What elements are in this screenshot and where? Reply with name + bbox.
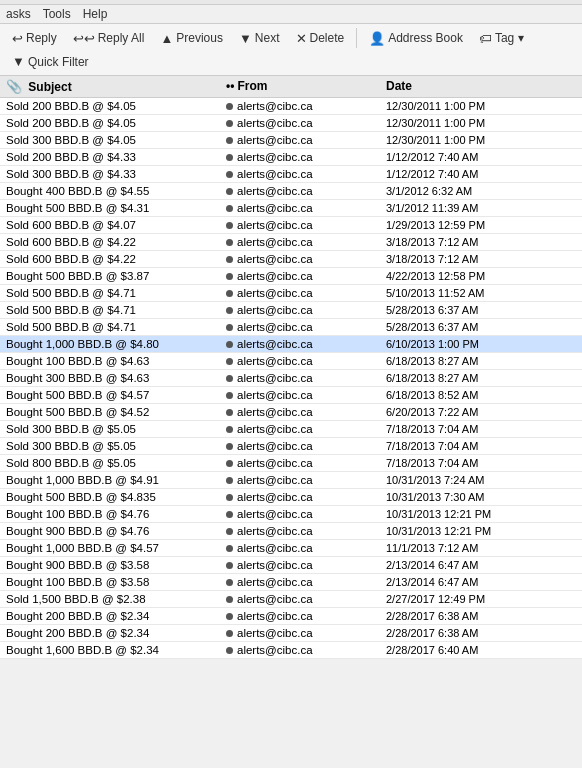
attachment-icon: 📎: [6, 79, 22, 94]
read-indicator: [226, 409, 233, 416]
email-subject: Bought 900 BBD.B @ $3.58: [6, 559, 226, 571]
email-subject: Bought 1,600 BBD.B @ $2.34: [6, 644, 226, 656]
table-row[interactable]: Bought 500 BBD.B @ $4.57alerts@cibc.ca6/…: [0, 387, 582, 404]
from-address: alerts@cibc.ca: [237, 610, 313, 622]
table-row[interactable]: Bought 500 BBD.B @ $4.52alerts@cibc.ca6/…: [0, 404, 582, 421]
table-row[interactable]: Bought 100 BBD.B @ $4.76alerts@cibc.ca10…: [0, 506, 582, 523]
table-row[interactable]: Bought 500 BBD.B @ $4.835alerts@cibc.ca1…: [0, 489, 582, 506]
email-subject: Bought 200 BBD.B @ $2.34: [6, 627, 226, 639]
table-row[interactable]: Sold 200 BBD.B @ $4.05alerts@cibc.ca12/3…: [0, 98, 582, 115]
email-subject: Bought 300 BBD.B @ $4.63: [6, 372, 226, 384]
email-date: 3/18/2013 7:12 AM: [386, 253, 576, 265]
email-date: 6/18/2013 8:52 AM: [386, 389, 576, 401]
email-from: alerts@cibc.ca: [226, 593, 386, 605]
table-row[interactable]: Sold 300 BBD.B @ $5.05alerts@cibc.ca7/18…: [0, 438, 582, 455]
read-indicator: [226, 545, 233, 552]
table-row[interactable]: Sold 500 BBD.B @ $4.71alerts@cibc.ca5/28…: [0, 302, 582, 319]
delete-button[interactable]: ✕ Delete: [290, 29, 351, 48]
table-row[interactable]: Bought 900 BBD.B @ $3.58alerts@cibc.ca2/…: [0, 557, 582, 574]
email-date: 7/18/2013 7:04 AM: [386, 423, 576, 435]
email-from: alerts@cibc.ca: [226, 559, 386, 571]
from-address: alerts@cibc.ca: [237, 151, 313, 163]
email-date: 10/31/2013 12:21 PM: [386, 525, 576, 537]
quick-filter-button[interactable]: ▼ Quick Filter: [6, 52, 95, 71]
table-row[interactable]: Sold 600 BBD.B @ $4.07alerts@cibc.ca1/29…: [0, 217, 582, 234]
table-row[interactable]: Sold 300 BBD.B @ $4.33alerts@cibc.ca1/12…: [0, 166, 582, 183]
from-address: alerts@cibc.ca: [237, 287, 313, 299]
table-row[interactable]: Sold 300 BBD.B @ $4.05alerts@cibc.ca12/3…: [0, 132, 582, 149]
read-indicator: [226, 103, 233, 110]
tag-button[interactable]: 🏷 Tag ▾: [473, 29, 530, 48]
reply-all-button[interactable]: ↩↩ Reply All: [67, 29, 151, 48]
from-address: alerts@cibc.ca: [237, 253, 313, 265]
table-row[interactable]: Sold 600 BBD.B @ $4.22alerts@cibc.ca3/18…: [0, 251, 582, 268]
address-book-button[interactable]: 👤 Address Book: [363, 29, 469, 48]
read-indicator: [226, 358, 233, 365]
from-address: alerts@cibc.ca: [237, 542, 313, 554]
table-row[interactable]: Sold 600 BBD.B @ $4.22alerts@cibc.ca3/18…: [0, 234, 582, 251]
email-date: 3/18/2013 7:12 AM: [386, 236, 576, 248]
email-subject: Sold 600 BBD.B @ $4.22: [6, 236, 226, 248]
table-row[interactable]: Bought 500 BBD.B @ $3.87alerts@cibc.ca4/…: [0, 268, 582, 285]
email-from: alerts@cibc.ca: [226, 440, 386, 452]
email-subject: Sold 500 BBD.B @ $4.71: [6, 321, 226, 333]
reply-button[interactable]: ↩ Reply: [6, 29, 63, 48]
table-row[interactable]: Sold 800 BBD.B @ $5.05alerts@cibc.ca7/18…: [0, 455, 582, 472]
table-row[interactable]: Bought 100 BBD.B @ $4.63alerts@cibc.ca6/…: [0, 353, 582, 370]
from-address: alerts@cibc.ca: [237, 474, 313, 486]
read-indicator: [226, 630, 233, 637]
email-from: alerts@cibc.ca: [226, 100, 386, 112]
read-indicator: [226, 154, 233, 161]
table-row[interactable]: Sold 500 BBD.B @ $4.71alerts@cibc.ca5/28…: [0, 319, 582, 336]
table-row[interactable]: Bought 300 BBD.B @ $4.63alerts@cibc.ca6/…: [0, 370, 582, 387]
from-address: alerts@cibc.ca: [237, 134, 313, 146]
from-address: alerts@cibc.ca: [237, 576, 313, 588]
table-row[interactable]: Bought 200 BBD.B @ $2.34alerts@cibc.ca2/…: [0, 625, 582, 642]
email-date: 7/18/2013 7:04 AM: [386, 440, 576, 452]
table-row[interactable]: Bought 1,000 BBD.B @ $4.80alerts@cibc.ca…: [0, 336, 582, 353]
table-row[interactable]: Sold 200 BBD.B @ $4.33alerts@cibc.ca1/12…: [0, 149, 582, 166]
table-row[interactable]: Bought 900 BBD.B @ $4.76alerts@cibc.ca10…: [0, 523, 582, 540]
table-row[interactable]: Bought 500 BBD.B @ $4.31alerts@cibc.ca3/…: [0, 200, 582, 217]
read-indicator: [226, 256, 233, 263]
previous-button[interactable]: ▲ Previous: [154, 29, 229, 48]
from-address: alerts@cibc.ca: [237, 185, 313, 197]
read-indicator: [226, 137, 233, 144]
email-date: 12/30/2011 1:00 PM: [386, 100, 576, 112]
email-date: 10/31/2013 12:21 PM: [386, 508, 576, 520]
table-row[interactable]: Sold 200 BBD.B @ $4.05alerts@cibc.ca12/3…: [0, 115, 582, 132]
email-from: alerts@cibc.ca: [226, 423, 386, 435]
email-subject: Bought 900 BBD.B @ $4.76: [6, 525, 226, 537]
header-date: Date: [386, 79, 576, 94]
email-date: 7/18/2013 7:04 AM: [386, 457, 576, 469]
menu-tools[interactable]: Tools: [43, 7, 71, 21]
table-row[interactable]: Bought 400 BBD.B @ $4.55alerts@cibc.ca3/…: [0, 183, 582, 200]
table-row[interactable]: Sold 500 BBD.B @ $4.71alerts@cibc.ca5/10…: [0, 285, 582, 302]
table-row[interactable]: Sold 300 BBD.B @ $5.05alerts@cibc.ca7/18…: [0, 421, 582, 438]
table-row[interactable]: Bought 1,600 BBD.B @ $2.34alerts@cibc.ca…: [0, 642, 582, 659]
table-row[interactable]: Bought 100 BBD.B @ $3.58alerts@cibc.ca2/…: [0, 574, 582, 591]
email-subject: Sold 600 BBD.B @ $4.22: [6, 253, 226, 265]
table-row[interactable]: Bought 200 BBD.B @ $2.34alerts@cibc.ca2/…: [0, 608, 582, 625]
table-row[interactable]: Bought 1,000 BBD.B @ $4.57alerts@cibc.ca…: [0, 540, 582, 557]
from-address: alerts@cibc.ca: [237, 355, 313, 367]
menu-help[interactable]: Help: [83, 7, 108, 21]
previous-icon: ▲: [160, 31, 173, 46]
email-date: 10/31/2013 7:24 AM: [386, 474, 576, 486]
email-date: 4/22/2013 12:58 PM: [386, 270, 576, 282]
email-from: alerts@cibc.ca: [226, 219, 386, 231]
read-indicator: [226, 613, 233, 620]
email-subject: Bought 400 BBD.B @ $4.55: [6, 185, 226, 197]
menu-asks[interactable]: asks: [6, 7, 31, 21]
table-row[interactable]: Bought 1,000 BBD.B @ $4.91alerts@cibc.ca…: [0, 472, 582, 489]
separator-1: [356, 28, 357, 48]
email-from: alerts@cibc.ca: [226, 304, 386, 316]
email-from: alerts@cibc.ca: [226, 644, 386, 656]
filter-icon: ▼: [12, 54, 25, 69]
table-row[interactable]: Sold 1,500 BBD.B @ $2.38alerts@cibc.ca2/…: [0, 591, 582, 608]
reply-all-icon: ↩↩: [73, 31, 95, 46]
next-button[interactable]: ▼ Next: [233, 29, 286, 48]
reply-label: Reply: [26, 31, 57, 45]
email-date: 2/28/2017 6:38 AM: [386, 610, 576, 622]
read-indicator: [226, 341, 233, 348]
